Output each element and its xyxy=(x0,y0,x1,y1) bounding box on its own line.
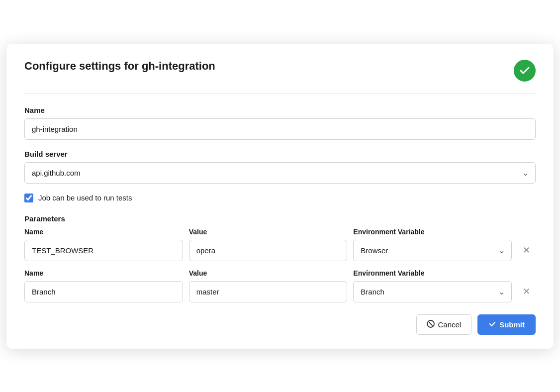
build-server-label: Build server xyxy=(24,150,536,158)
param-2-value-input[interactable] xyxy=(189,281,348,302)
param-name-header-2: Name xyxy=(24,269,183,277)
param-value-header-2: Value xyxy=(189,269,348,277)
build-server-group: Build server api.github.com ⌄ xyxy=(24,150,536,184)
submit-label: Submit xyxy=(499,320,525,329)
submit-check-icon xyxy=(488,320,496,329)
param-2-env-select-wrapper: Browser Branch ⌄ xyxy=(353,281,512,302)
dialog-title: Configure settings for gh-integration xyxy=(24,60,215,73)
svg-line-1 xyxy=(429,322,432,325)
build-server-select[interactable]: api.github.com xyxy=(24,162,536,184)
param-value-header: Value xyxy=(189,228,348,236)
param-1-remove-button[interactable]: ✕ xyxy=(518,243,536,258)
parameters-title: Parameters xyxy=(24,214,536,223)
configure-dialog: Configure settings for gh-integration Na… xyxy=(6,44,554,349)
cancel-label: Cancel xyxy=(438,320,461,329)
run-tests-label: Job can be used to run tests xyxy=(38,194,132,202)
name-label: Name xyxy=(24,106,536,114)
name-group: Name xyxy=(24,106,536,140)
name-input[interactable] xyxy=(24,118,536,140)
param-headers-row: Name Value Environment Variable xyxy=(24,228,536,236)
param-1-env-select[interactable]: Browser Branch xyxy=(353,240,512,261)
cancel-icon xyxy=(427,320,435,329)
param-row-2: Browser Branch ⌄ ✕ xyxy=(24,281,536,302)
run-tests-checkbox[interactable] xyxy=(24,194,33,202)
param-2-name-input[interactable] xyxy=(24,281,183,302)
param-1-value-input[interactable] xyxy=(189,240,348,261)
param-2-env-select[interactable]: Browser Branch xyxy=(353,281,512,302)
success-check-icon xyxy=(514,60,536,82)
param-env-header-2: Environment Variable xyxy=(353,269,512,277)
param-2-remove-button[interactable]: ✕ xyxy=(518,284,536,299)
param-row-1: Browser Branch ⌄ ✕ xyxy=(24,240,536,261)
cancel-button[interactable]: Cancel xyxy=(416,314,471,335)
param-headers-row-2: Name Value Environment Variable xyxy=(24,269,536,277)
parameters-section: Parameters Name Value Environment Variab… xyxy=(24,214,536,302)
param-1-env-select-wrapper: Browser Branch ⌄ xyxy=(353,240,512,261)
param-1-name-input[interactable] xyxy=(24,240,183,261)
header-divider xyxy=(24,94,536,94)
param-env-header: Environment Variable xyxy=(353,228,512,236)
dialog-header: Configure settings for gh-integration xyxy=(24,60,536,82)
checkbox-row: Job can be used to run tests xyxy=(24,194,536,202)
dialog-footer: Cancel Submit xyxy=(24,314,536,335)
build-server-select-wrapper: api.github.com ⌄ xyxy=(24,162,536,184)
param-name-header: Name xyxy=(24,228,183,236)
submit-button[interactable]: Submit xyxy=(477,314,536,335)
